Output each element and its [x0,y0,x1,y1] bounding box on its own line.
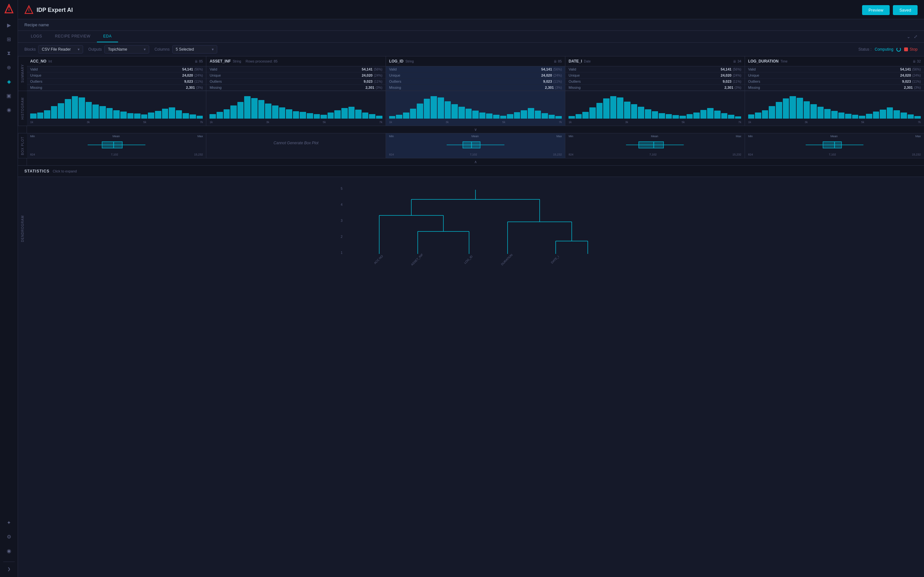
col-type-asset_inf: String [233,60,241,63]
hist-bar-19 [341,108,348,119]
preview-button[interactable]: Preview [862,5,890,15]
hist-bar-10 [817,107,824,119]
statistics-bar[interactable]: STATISTICS Click to expand [18,166,924,177]
hist-bar-21 [893,110,900,119]
sidebar-icon-lightbulb[interactable]: ✦ [3,517,15,528]
columns-container: ACC_NOInt⇊ 85Valid54,141(56%)Unique24,02… [27,56,924,91]
sidebar-icon-user[interactable]: ◉ [3,545,15,556]
svg-point-5 [29,8,29,9]
hist-bar-8 [804,101,810,119]
dendrogram-section: DENDROGRAM 5 4 3 2 1 [18,177,924,280]
sidebar-icon-settings[interactable]: ⚙ [3,531,15,542]
hist-bar-8 [624,102,630,119]
blocks-label: Blocks [24,47,36,52]
sidebar-icon-play[interactable]: ▶ [3,19,15,31]
col-name-date_i: DATE_I [569,59,582,63]
summary-key-missing: Missing [569,85,724,89]
summary-key-valid: Valid [210,67,362,71]
boxplot-labels-log_id: 8247,10215,232 [386,152,565,158]
hist-bar-18 [155,111,162,119]
status-group: Status : Computing Stop [859,47,918,52]
summary-val-missing-log_id: 2,301 [545,85,554,89]
hist-col-log_duration: 1k3k5k7k [745,91,924,126]
hist-bar-17 [866,114,872,119]
hist-bar-2 [44,110,50,119]
hist-bar-3 [230,105,237,119]
hist-bar-3 [769,106,775,119]
col-type-log_id: String [405,60,414,63]
summary-row-outliers-acc_no: Outliers9,023(11%) [27,79,206,85]
saved-button[interactable]: Saved [893,5,918,15]
hist-label: 7k [379,121,383,124]
app-logo-small [24,5,33,15]
sidebar-icon-monitor[interactable]: ▣ [3,90,15,101]
hist-bar-11 [107,108,113,119]
summary-row-missing-log_duration: Missing2,301(3%) [745,85,924,91]
summary-row-outliers-log_duration: Outliers9,023(11%) [745,79,924,85]
hist-bar-1 [755,113,761,119]
outputs-value: TopicName [108,47,127,52]
hist-bar-15 [134,113,141,119]
sidebar-icon-active-module[interactable]: ◈ [3,76,15,87]
svg-text:LOG_ID: LOG_ID [464,255,473,264]
hist-bar-24 [197,116,203,119]
summary-val-missing-acc_no: 2,301 [186,85,195,89]
outputs-select[interactable]: TopicName ▾ [104,45,149,53]
expand-icon[interactable]: ⤢ [914,34,918,39]
hist-bar-0 [389,116,396,119]
summary-key-unique: Unique [389,73,541,77]
hist-bar-4 [776,102,782,119]
hist-bar-8 [445,101,451,119]
sidebar-icon-jupyter[interactable]: ◉ [3,104,15,115]
svg-text:1: 1 [341,251,342,255]
summary-row-valid-log_duration: Valid54,141(56%) [745,66,924,73]
summary-key-valid: Valid [30,67,182,71]
summary-val-outliers-date_i: 9,023 [722,79,732,83]
status-label: Status : [859,47,872,52]
boxplot-value-label: 15,232 [912,153,921,156]
boxplot-labels-acc_no: 8247,10215,232 [27,152,206,158]
summary-val-unique-log_id: 24,020 [541,73,552,77]
columns-select[interactable]: 5 Selected ▾ [172,45,217,53]
hist-bar-17 [148,113,154,119]
dropdown-icon[interactable]: ⌄ [907,34,911,39]
sidebar-expand-button[interactable]: ❯ [3,562,15,573]
hist-bar-20 [707,108,714,119]
summary-pct-missing-date_i: (3%) [735,86,741,89]
hist-label: 1k [748,121,751,124]
svg-text:3: 3 [341,219,342,222]
tab-logs[interactable]: LOGS [24,31,48,42]
hist-label: 1k [389,121,393,124]
stop-button[interactable]: Stop [904,47,918,52]
collapse-toggle[interactable]: ∨ [27,126,924,133]
collapse-toggle2[interactable]: ∧ [27,158,924,165]
data-col-log_duration: LOG_DURATIONTime⇊ 32Valid54,141(56%)Uniq… [745,56,924,91]
sidebar-icon-workflow[interactable]: ⧗ [3,47,15,59]
hist-bar-23 [190,114,196,119]
summary-pct-valid-asset_inf: (56%) [374,68,383,71]
summary-pct-outliers-asset_inf: (11%) [374,80,383,83]
hist-bar-23 [728,115,734,119]
hist-bar-24 [376,116,383,119]
summary-key-outliers: Outliers [748,79,902,83]
sidebar-icon-plugin[interactable]: ⊕ [3,61,15,73]
hist-bar-6 [251,98,258,119]
hist-bar-13 [120,111,127,119]
tab-eda[interactable]: EDA [97,31,118,42]
col-name-asset_inf: ASSET_INF [210,59,231,63]
hist-bar-15 [314,114,320,119]
col-count-log_duration: ⇊ 32 [913,59,921,63]
hist-bar-15 [493,115,499,119]
hist-bar-23 [908,114,914,119]
hist-bar-18 [873,111,879,119]
sidebar-icon-grid[interactable]: ⊞ [3,33,15,45]
hist-bar-17 [687,114,693,119]
summary-val-valid-asset_inf: 54,141 [362,67,373,71]
hist-bar-22 [541,113,548,119]
col-name-log_id: LOG_ID [389,59,404,63]
tab-recipe-preview[interactable]: RECIPE PREVIEW [48,31,97,42]
blocks-select[interactable]: CSV File Reader ▾ [38,45,83,53]
statistics-title: STATISTICS [24,169,49,173]
summary-key-outliers: Outliers [30,79,184,83]
hist-bar-2 [403,113,409,119]
